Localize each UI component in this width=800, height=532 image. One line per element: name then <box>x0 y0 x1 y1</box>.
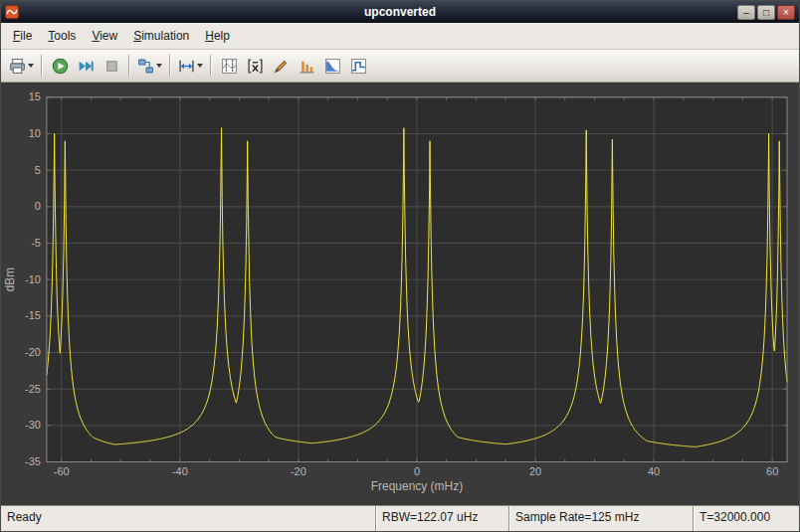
svg-text:5: 5 <box>35 164 41 176</box>
svg-text:-30: -30 <box>25 419 41 431</box>
window-title: upconverted <box>1 5 799 19</box>
menu-view[interactable]: View <box>84 25 125 47</box>
peak-finder-icon <box>273 58 290 75</box>
stop-icon <box>103 58 120 75</box>
distortion-bars-icon <box>299 58 315 75</box>
status-sample-rate: Sample Rate=125 mHz <box>508 506 693 531</box>
ccdf-curve-icon <box>324 58 341 75</box>
maximize-button[interactable]: □ <box>757 5 775 20</box>
titlebar: upconverted – □ × <box>1 1 799 23</box>
svg-text:-20: -20 <box>291 465 306 477</box>
peak-finder-button[interactable] <box>268 54 294 78</box>
svg-text:-40: -40 <box>172 465 188 477</box>
toolbar-separator <box>210 55 212 77</box>
svg-text:60: 60 <box>766 465 778 477</box>
svg-text:-25: -25 <box>25 383 41 395</box>
menu-simulation[interactable]: Simulation <box>125 25 197 47</box>
print-options-button[interactable] <box>6 54 37 78</box>
svg-text:10: 10 <box>29 127 41 139</box>
svg-text:0: 0 <box>35 200 41 212</box>
distortion-measurements-button[interactable] <box>294 54 319 78</box>
x-axis-label: Frequency (mHz) <box>371 479 463 493</box>
status-rbw: RBW=122.07 uHz <box>375 506 508 531</box>
dropdown-arrow-icon <box>197 64 203 68</box>
dropdown-arrow-icon <box>156 64 162 68</box>
svg-text:15: 15 <box>29 90 41 102</box>
spectral-mask-icon <box>350 58 367 75</box>
menubar: File Tools View Simulation Help <box>1 23 799 50</box>
span-arrows-icon <box>178 58 195 75</box>
span-settings-button[interactable] <box>175 54 206 78</box>
minimize-button[interactable]: – <box>737 5 755 20</box>
scope-app-icon <box>5 5 19 19</box>
printer-icon <box>9 58 26 75</box>
svg-text:-35: -35 <box>25 455 41 467</box>
statusbar: Ready RBW=122.07 uHz Sample Rate=125 mHz… <box>1 505 799 531</box>
status-ready: Ready <box>1 506 375 531</box>
signal-statistics-button[interactable] <box>242 54 268 78</box>
toolbar <box>1 50 799 83</box>
dropdown-arrow-icon <box>28 64 34 68</box>
close-button[interactable]: × <box>777 5 795 20</box>
svg-text:40: 40 <box>648 465 660 477</box>
svg-text:-5: -5 <box>31 237 41 249</box>
menu-help[interactable]: Help <box>197 25 238 47</box>
svg-text:-15: -15 <box>25 309 41 321</box>
menu-file[interactable]: File <box>5 25 40 47</box>
toolbar-separator <box>41 55 43 77</box>
ccdf-measurements-button[interactable] <box>319 54 345 78</box>
plot-region: -60-40-200204060151050-5-10-15-20-25-30-… <box>1 83 799 505</box>
simulation-settings-button[interactable] <box>134 54 165 78</box>
svg-text:-10: -10 <box>25 273 41 285</box>
svg-text:20: 20 <box>529 465 541 477</box>
cursor-measurements-icon <box>221 58 238 75</box>
spectrum-plot[interactable]: -60-40-200204060151050-5-10-15-20-25-30-… <box>1 83 799 505</box>
run-button[interactable] <box>47 54 73 78</box>
step-forward-button[interactable] <box>73 54 99 78</box>
play-icon <box>52 58 69 75</box>
step-forward-icon <box>78 58 95 75</box>
toolbar-separator <box>128 55 130 77</box>
spectrum-analyzer-window: upconverted – □ × File Tools View Simula… <box>0 0 800 532</box>
toolbar-separator <box>169 55 171 77</box>
svg-text:-60: -60 <box>54 465 70 477</box>
signal-statistics-icon <box>247 58 264 75</box>
menu-tools[interactable]: Tools <box>40 25 84 47</box>
window-controls: – □ × <box>737 5 795 20</box>
spectral-mask-button[interactable] <box>345 54 371 78</box>
simulink-blocks-icon <box>137 58 154 75</box>
svg-text:0: 0 <box>414 465 420 477</box>
cursor-measurements-button[interactable] <box>216 54 242 78</box>
status-sim-time: T=32000.000 <box>693 506 799 531</box>
stop-button[interactable] <box>99 54 124 78</box>
y-axis-label: dBm <box>3 267 17 291</box>
svg-text:-20: -20 <box>25 346 41 358</box>
